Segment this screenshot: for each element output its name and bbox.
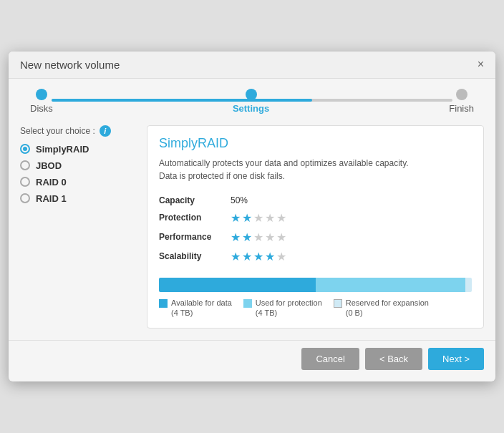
radio-simplyraid-label: SimplyRAID xyxy=(36,144,89,155)
star-2: ★ xyxy=(242,211,252,225)
step-disks-dot xyxy=(36,89,47,100)
stat-protection: Protection ★ ★ ★ ★ ★ xyxy=(159,211,472,225)
star-5: ★ xyxy=(276,211,286,225)
stat-scalability-label: Scalability xyxy=(159,251,231,261)
step-settings: Settings xyxy=(233,89,269,114)
radio-raid1-circle xyxy=(20,193,30,203)
step-settings-dot xyxy=(246,89,257,100)
legend-reserved-text: Reserved for expansion(0 B) xyxy=(346,298,429,318)
scal-star-3: ★ xyxy=(253,250,263,263)
radio-simplyraid-circle xyxy=(20,144,30,154)
stat-protection-label: Protection xyxy=(159,213,231,223)
stat-capacity: Capacity 50% xyxy=(159,195,472,205)
scal-star-2: ★ xyxy=(242,250,252,263)
perf-star-1: ★ xyxy=(231,230,241,244)
radio-options: SimplyRAID JBOD RAID 0 RAID 1 xyxy=(20,144,138,204)
radio-raid0-label: RAID 0 xyxy=(36,177,67,188)
main-content: Select your choice : i SimplyRAID JBOD R… xyxy=(9,118,495,341)
star-4: ★ xyxy=(265,211,275,225)
stat-scalability: Scalability ★ ★ ★ ★ ★ xyxy=(159,250,472,263)
close-button[interactable]: × xyxy=(478,59,484,70)
legend-protection-text: Used for protection(4 TB) xyxy=(256,298,322,318)
legend-reserved: Reserved for expansion(0 B) xyxy=(334,298,429,318)
radio-jbod[interactable]: JBOD xyxy=(20,160,138,171)
info-icon[interactable]: i xyxy=(100,125,111,137)
legend-reserved-color xyxy=(334,299,342,308)
radio-raid1-label: RAID 1 xyxy=(36,193,67,204)
storage-legend: Available for data(4 TB) Used for protec… xyxy=(159,298,472,318)
legend-available-color xyxy=(159,299,168,308)
legend-protection-color xyxy=(243,299,252,308)
stat-performance: Performance ★ ★ ★ ★ ★ xyxy=(159,230,472,244)
scal-star-1: ★ xyxy=(231,250,241,263)
legend-protection: Used for protection(4 TB) xyxy=(243,298,322,318)
storage-bar-container: Available for data(4 TB) Used for protec… xyxy=(159,278,472,318)
footer: Cancel < Back Next > xyxy=(9,340,495,381)
stat-capacity-value: 50% xyxy=(231,195,248,205)
next-button[interactable]: Next > xyxy=(428,348,484,370)
stat-capacity-label: Capacity xyxy=(159,195,231,205)
steps-track-fill xyxy=(52,99,312,102)
step-finish-dot xyxy=(456,89,467,100)
bar-protection xyxy=(316,278,466,292)
radio-simplyraid[interactable]: SimplyRAID xyxy=(20,144,138,155)
scal-star-4: ★ xyxy=(265,250,275,263)
bar-reserved xyxy=(465,278,472,292)
right-panel: SimplyRAID Automatically protects your d… xyxy=(147,125,484,329)
dialog-title: New network volume xyxy=(20,59,120,71)
perf-star-4: ★ xyxy=(265,230,275,244)
left-panel: Select your choice : i SimplyRAID JBOD R… xyxy=(20,125,138,329)
raid-description: Automatically protects your data and opt… xyxy=(159,157,472,183)
select-choice-header: Select your choice : i xyxy=(20,125,138,137)
legend-available-text: Available for data(4 TB) xyxy=(171,298,232,318)
cancel-button[interactable]: Cancel xyxy=(301,348,359,370)
perf-star-3: ★ xyxy=(253,230,263,244)
stat-performance-stars: ★ ★ ★ ★ ★ xyxy=(231,230,286,244)
back-button[interactable]: < Back xyxy=(365,348,422,370)
step-settings-label: Settings xyxy=(233,103,269,114)
radio-raid0-circle xyxy=(20,177,30,187)
step-finish-label: Finish xyxy=(449,103,474,114)
stat-performance-label: Performance xyxy=(159,232,231,242)
bar-available xyxy=(159,278,316,292)
stats-table: Capacity 50% Protection ★ ★ ★ ★ ★ xyxy=(159,195,472,263)
star-1: ★ xyxy=(231,211,241,225)
scal-star-5: ★ xyxy=(276,250,286,263)
stat-protection-stars: ★ ★ ★ ★ ★ xyxy=(231,211,286,225)
select-choice-label: Select your choice : xyxy=(20,126,95,136)
radio-raid0[interactable]: RAID 0 xyxy=(20,177,138,188)
storage-bar xyxy=(159,278,472,292)
title-bar: New network volume × xyxy=(9,52,495,79)
star-3: ★ xyxy=(253,211,263,225)
legend-available: Available for data(4 TB) xyxy=(159,298,232,318)
steps-progress: Disks Settings Finish xyxy=(9,79,495,118)
perf-star-2: ★ xyxy=(242,230,252,244)
step-disks: Disks xyxy=(30,89,53,114)
perf-star-5: ★ xyxy=(276,230,286,244)
step-disks-label: Disks xyxy=(30,103,53,114)
radio-jbod-circle xyxy=(20,160,30,170)
raid-title: SimplyRAID xyxy=(159,136,472,151)
radio-raid1[interactable]: RAID 1 xyxy=(20,193,138,204)
radio-jbod-label: JBOD xyxy=(36,160,62,171)
step-finish: Finish xyxy=(449,89,474,114)
new-network-volume-dialog: New network volume × Disks Settings Fini… xyxy=(9,52,495,382)
stat-scalability-stars: ★ ★ ★ ★ ★ xyxy=(231,250,286,263)
